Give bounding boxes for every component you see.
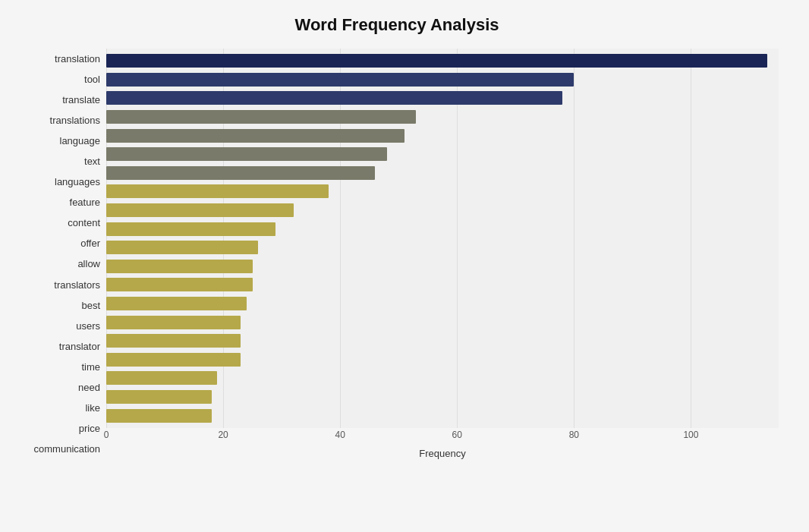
y-label-best: best <box>15 301 100 310</box>
x-axis-label: Frequency <box>106 448 779 459</box>
y-label-time: time <box>15 362 100 372</box>
bar-best <box>106 278 253 291</box>
bars-area <box>106 49 779 428</box>
bar-feature <box>106 184 329 198</box>
bar-allow <box>106 241 258 254</box>
bar-row-offer <box>106 221 779 238</box>
chart-area: translationtooltranslatetranslationslang… <box>15 49 779 459</box>
bar-row-need <box>106 351 779 368</box>
bar-tool <box>106 73 574 87</box>
y-label-text: text <box>15 156 100 166</box>
y-label-content: content <box>15 218 100 228</box>
bar-row-feature <box>106 183 779 200</box>
bar-row-like <box>106 370 779 386</box>
bars-wrapper <box>106 49 779 428</box>
y-label-feature: feature <box>15 197 100 207</box>
y-label-translate: translate <box>15 95 100 105</box>
bar-text <box>106 147 387 161</box>
bar-translators <box>106 260 253 273</box>
bar-language <box>106 129 404 143</box>
bar-row-languages <box>106 165 779 181</box>
bar-communication <box>106 409 212 423</box>
bar-translate <box>106 91 562 105</box>
x-tick-60: 60 <box>452 430 462 440</box>
x-tick-0: 0 <box>104 430 109 440</box>
bar-row-users <box>106 295 779 312</box>
bar-row-content <box>106 202 779 219</box>
bar-row-best <box>106 276 779 293</box>
y-label-offer: offer <box>15 238 100 248</box>
bar-row-tool <box>106 71 779 88</box>
bar-row-text <box>106 146 779 162</box>
bar-row-translation <box>106 52 779 69</box>
x-tick-40: 40 <box>335 430 345 440</box>
bar-row-translate <box>106 90 779 106</box>
x-tick-80: 80 <box>569 430 579 440</box>
x-ticks-row: 020406080100 <box>106 430 779 445</box>
y-label-translator: translator <box>15 342 100 351</box>
y-label-users: users <box>15 321 100 331</box>
y-label-translations: translations <box>15 115 100 125</box>
bar-languages <box>106 166 375 180</box>
bar-like <box>106 371 217 385</box>
x-tick-100: 100 <box>683 430 698 440</box>
bar-translation <box>106 54 767 68</box>
y-label-communication: communication <box>15 444 100 454</box>
bar-row-allow <box>106 239 779 256</box>
bar-row-time <box>106 332 779 349</box>
bar-offer <box>106 222 275 236</box>
bar-content <box>106 203 294 217</box>
bar-time <box>106 334 241 348</box>
y-label-language: language <box>15 136 100 146</box>
bar-row-translations <box>106 109 779 125</box>
bar-row-communication <box>106 408 779 424</box>
chart-title: Word Frequency Analysis <box>15 15 779 35</box>
y-label-price: price <box>15 423 100 433</box>
bar-row-price <box>106 389 779 405</box>
chart-container: Word Frequency Analysis translationtoolt… <box>0 0 809 532</box>
y-label-like: like <box>15 403 100 413</box>
bar-need <box>106 353 241 367</box>
y-label-tool: tool <box>15 74 100 84</box>
bar-users <box>106 297 247 310</box>
bar-translator <box>106 316 241 329</box>
y-label-allow: allow <box>15 259 100 269</box>
bar-price <box>106 390 212 404</box>
y-label-languages: languages <box>15 177 100 187</box>
x-tick-20: 20 <box>218 430 228 440</box>
y-label-need: need <box>15 382 100 392</box>
y-label-translation: translation <box>15 54 100 64</box>
bar-row-translator <box>106 314 779 331</box>
y-labels: translationtooltranslatetranslationslang… <box>15 49 106 459</box>
bar-translations <box>106 110 416 124</box>
bar-row-language <box>106 127 779 144</box>
bar-row-translators <box>106 258 779 275</box>
y-label-translators: translators <box>15 280 100 290</box>
